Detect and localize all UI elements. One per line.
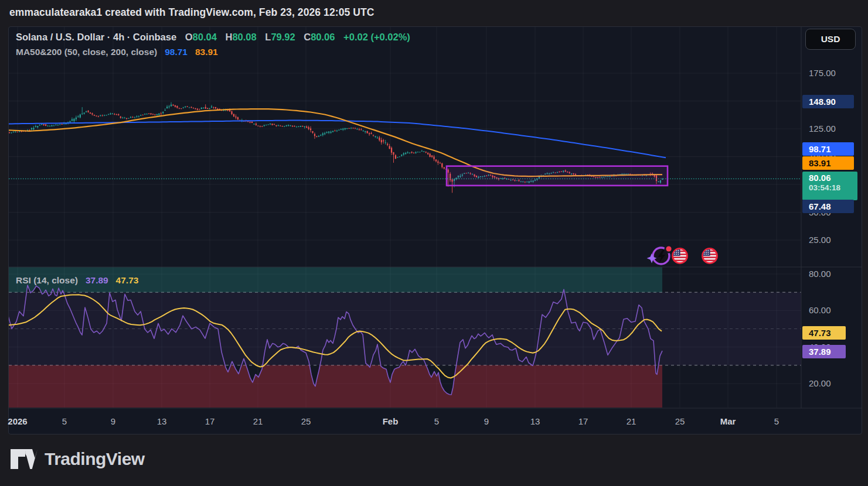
rsi-ma-value: 47.73 [116, 275, 139, 285]
time-axis-label: 13 [530, 416, 540, 426]
time-axis-label: 17 [578, 416, 588, 426]
symbol-title: Solana / U.S. Dollar · 4h · Coinbase [16, 32, 176, 42]
price-axis-label: 175.00 [809, 68, 836, 78]
time-axis-label: 21 [627, 416, 636, 426]
time-axis-label: 25 [301, 416, 311, 426]
rsi-legend: RSI (14, close) 37.89 47.73 [16, 275, 138, 286]
rsi-axis-label: 80.00 [809, 269, 831, 279]
time-axis-label: 21 [253, 416, 263, 426]
rsi-axis-label: 20.00 [809, 378, 831, 388]
time-axis-label: 25 [675, 416, 685, 426]
time-axis-label: 13 [157, 416, 167, 426]
price-axis-label: 125.00 [809, 124, 836, 134]
time-axis-label: Feb [383, 416, 399, 426]
chart-container[interactable] [8, 26, 862, 434]
tradingview-logo-icon [11, 449, 38, 469]
ma-legend: MA50&200 (50, close, 200, close) 98.71 8… [16, 47, 218, 57]
ma50-value: 83.91 [195, 47, 218, 57]
time-axis-label: 17 [205, 416, 215, 426]
symbol-legend: Solana / U.S. Dollar · 4h · Coinbase O80… [16, 32, 410, 43]
tradingview-wordmark: TradingView [45, 449, 145, 469]
currency-toggle-button[interactable]: USD [805, 29, 856, 50]
bar-countdown: 03:54:18 [809, 183, 857, 192]
rsi-axis-label: 60.00 [809, 305, 831, 315]
change-value: +0.02 (+0.02%) [343, 32, 410, 42]
time-axis-label: 5 [774, 416, 779, 426]
price-axis-label: 25.00 [809, 235, 831, 245]
tradingview-logo[interactable]: TradingView [11, 449, 145, 469]
time-axis-label: 9 [484, 416, 489, 426]
time-axis-label: Mar [720, 416, 736, 426]
time-axis-label: 5 [62, 416, 67, 426]
time-axis-label: 2026 [8, 416, 27, 426]
rsi-value: 37.89 [86, 275, 108, 285]
time-axis-label: 5 [434, 416, 439, 426]
last-price: 80.06 [809, 173, 831, 183]
time-axis-label: 9 [111, 416, 115, 426]
snapshot-attribution: emmaculatearaka1 created with TradingVie… [9, 6, 375, 19]
ma200-value: 98.71 [165, 47, 188, 57]
tradingview-snapshot: emmaculatearaka1 created with TradingVie… [0, 0, 868, 486]
